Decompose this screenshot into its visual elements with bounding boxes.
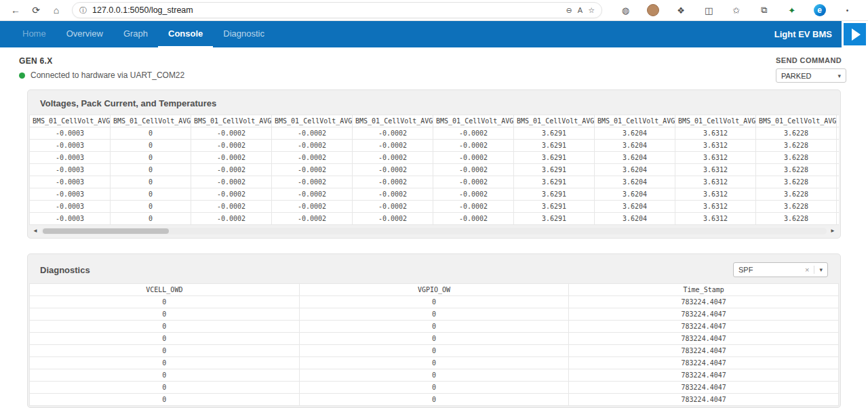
send-command: SEND COMMAND PARKED ▾ [776, 56, 849, 83]
table-cell: 0 [299, 369, 569, 382]
send-command-dropdown[interactable]: PARKED ▾ [776, 68, 846, 83]
table-cell: 783224.4047 [569, 357, 839, 369]
table-cell: 3.6312 [675, 152, 756, 164]
table-cell: 0 [111, 127, 191, 140]
table-cell: -0.0002 [191, 201, 272, 213]
column-header: BMS_01_CellVolt_AVG02 [111, 115, 191, 127]
tab-console[interactable]: Console [158, 21, 213, 47]
table-cell: 0 [299, 382, 569, 394]
more-menu-icon[interactable]: • [839, 2, 855, 18]
table-cell: 3.6228 [756, 176, 837, 188]
table-row: 00783224.4047 [30, 382, 839, 394]
tab-overview[interactable]: Overview [56, 21, 113, 47]
table-cell: 0 [111, 164, 191, 176]
collections-icon[interactable]: ⧉ [756, 2, 772, 18]
app-navbar: Home Overview Graph Console Diagnostic L… [0, 21, 868, 47]
diagnostics-filter-value: SPF [738, 266, 800, 274]
table-row: 00783224.4047 [30, 296, 839, 308]
table-cell [837, 201, 840, 213]
table-cell: -0.0002 [353, 188, 433, 201]
browser-chrome: ← ⟳ ⌂ ⓘ 127.0.0.1:5050/log_stream ⊖ A ☆ … [0, 0, 868, 21]
table-row: -0.00030-0.0002-0.0002-0.0002-0.00023.62… [30, 152, 840, 164]
zoom-out-icon[interactable]: ⊖ [566, 6, 572, 15]
tab-graph[interactable]: Graph [113, 21, 158, 47]
table-cell: 3.6204 [595, 201, 675, 213]
table-cell: 3.6291 [514, 127, 595, 140]
connected-dot-icon [19, 73, 25, 79]
avatar [647, 4, 659, 16]
column-header: VCELL_OWD [30, 284, 300, 296]
table-cell: 783224.4047 [569, 308, 839, 321]
table-cell: -0.0002 [272, 152, 353, 164]
table-cell: -0.0002 [272, 164, 353, 176]
table-cell: -0.0002 [433, 164, 514, 176]
back-icon[interactable]: ← [7, 2, 24, 18]
scroll-left-icon[interactable]: ◄ [33, 228, 38, 234]
column-header: BMS_01_CellVolt_AVG08 [595, 115, 675, 127]
table-cell: -0.0002 [433, 127, 514, 140]
table-cell: 3.6228 [756, 127, 837, 140]
brand-text: Light EV BMS [774, 21, 842, 47]
split-screen-icon[interactable]: ◫ [701, 2, 717, 18]
refresh-icon[interactable]: ⟳ [27, 2, 45, 18]
voltages-card-title: Voltages, Pack Current, and Temperatures [40, 98, 216, 108]
favorites-bar-icon[interactable]: ✩ [728, 2, 745, 18]
address-bar[interactable]: ⓘ 127.0.0.1:5050/log_stream ⊖ A ☆ [72, 2, 602, 18]
profile-avatar[interactable] [645, 2, 661, 18]
table-cell: 0 [111, 213, 191, 225]
app-logo-inner [844, 23, 866, 45]
table-cell: 3.6312 [675, 201, 756, 213]
horizontal-scrollbar[interactable]: ◄ ► [29, 225, 839, 237]
table-row: -0.00030-0.0002-0.0002-0.0002-0.00023.62… [30, 213, 840, 225]
diagnostics-filter-select[interactable]: SPF × ▾ [733, 262, 828, 277]
send-command-value: PARKED [781, 72, 811, 80]
column-header: BMS_01_CellVolt_AVG07 [514, 115, 595, 127]
table-cell: -0.0002 [272, 140, 353, 152]
table-cell: 3.6204 [595, 213, 675, 225]
edge-copilot-icon[interactable]: e [812, 2, 828, 18]
table-row: -0.00030-0.0002-0.0002-0.0002-0.00023.62… [30, 164, 840, 176]
edge-logo: e [814, 4, 826, 16]
table-cell: 0 [111, 201, 191, 213]
table-cell: 3.6291 [514, 140, 595, 152]
table-cell: 783224.4047 [569, 296, 839, 308]
table-cell: -0.0003 [30, 176, 111, 188]
table-cell: 783224.4047 [569, 321, 839, 333]
site-info-icon[interactable]: ⓘ [79, 5, 87, 16]
read-aloud-icon[interactable]: A [578, 6, 583, 14]
nav-spacer [275, 21, 774, 47]
chevron-down-icon: ▾ [819, 266, 823, 273]
url-text[interactable]: 127.0.0.1:5050/log_stream [92, 5, 561, 15]
browser-tools-icon[interactable]: ✦ [784, 2, 800, 18]
scroll-right-icon[interactable]: ► [830, 228, 835, 234]
scrollbar-thumb[interactable] [43, 228, 169, 234]
table-cell: -0.0003 [30, 140, 111, 152]
tab-diagnostic[interactable]: Diagnostic [213, 21, 275, 47]
table-cell: 0 [30, 382, 300, 394]
voltages-header-row: BMS_01_CellVolt_AVG01BMS_01_CellVolt_AVG… [30, 115, 840, 127]
clear-icon[interactable]: × [805, 266, 809, 274]
table-cell [837, 152, 840, 164]
diagnostics-table-wrap: VCELL_OWDVGPIO_OWTime_Stamp 00783224.404… [29, 283, 839, 406]
connection-text: Connected to hardware via UART_COM22 [31, 70, 184, 80]
home-icon[interactable]: ⌂ [47, 2, 65, 18]
table-cell: 0 [299, 296, 569, 308]
tab-home[interactable]: Home [12, 21, 56, 47]
table-cell: 3.6228 [756, 140, 837, 152]
table-cell: 0 [30, 333, 300, 345]
extensions-icon[interactable]: ❖ [673, 2, 689, 18]
table-cell: 3.6204 [595, 188, 675, 201]
table-cell: 3.6228 [756, 201, 837, 213]
favorite-star-icon[interactable]: ☆ [588, 6, 595, 15]
browser-essentials-icon[interactable]: ◍ [617, 2, 633, 18]
diagnostics-card-header: Diagnostics SPF × ▾ [29, 256, 839, 283]
table-cell: -0.0002 [353, 176, 433, 188]
table-cell: -0.0002 [433, 201, 514, 213]
app-logo [842, 21, 868, 47]
scrollbar-track[interactable] [41, 228, 827, 234]
table-cell: 783224.4047 [569, 333, 839, 345]
table-row: -0.00030-0.0002-0.0002-0.0002-0.00023.62… [30, 176, 840, 188]
table-cell: 3.6291 [514, 188, 595, 201]
table-row: -0.00030-0.0002-0.0002-0.0002-0.00023.62… [30, 201, 840, 213]
column-header: BMS_01_CellVolt_AVG03 [191, 115, 272, 127]
